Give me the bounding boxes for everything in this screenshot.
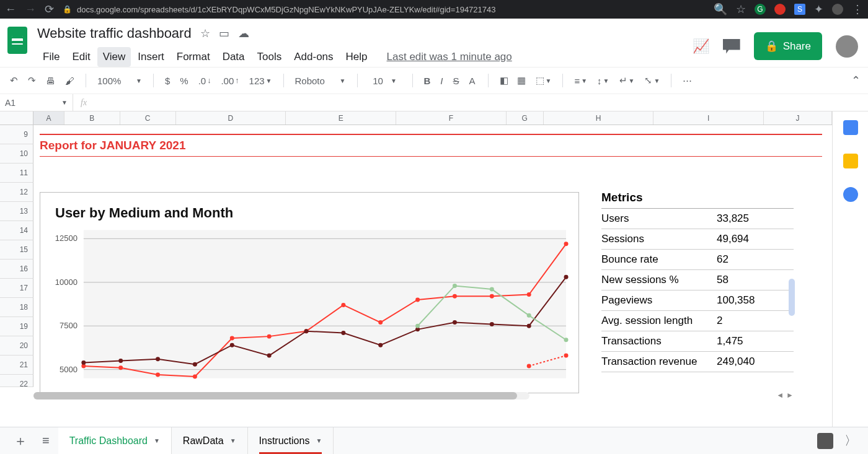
bookmark-icon[interactable]: ☆: [736, 2, 746, 16]
borders-button[interactable]: ▦: [515, 72, 528, 89]
vertical-scroll-indicator[interactable]: [789, 279, 795, 316]
v-align-button[interactable]: ↕ ▼: [595, 73, 611, 89]
row-header[interactable]: 12: [0, 183, 33, 202]
reload-button[interactable]: ⟳: [45, 2, 54, 16]
column-header[interactable]: F: [396, 111, 507, 124]
activity-icon[interactable]: 📈: [693, 38, 709, 55]
cell-reference[interactable]: A1▼: [0, 94, 73, 111]
column-headers[interactable]: ABCDEFGHIJ: [0, 111, 832, 125]
select-all-corner[interactable]: [0, 111, 33, 124]
add-sheet-button[interactable]: ＋: [7, 432, 33, 450]
menu-file[interactable]: File: [37, 47, 65, 67]
all-sheets-button[interactable]: ≡: [36, 434, 56, 448]
font-size-selector[interactable]: 10▼: [366, 73, 404, 89]
expand-side-panel-button[interactable]: 〉: [844, 432, 857, 449]
column-header[interactable]: A: [33, 111, 64, 124]
column-header[interactable]: I: [653, 111, 764, 124]
cloud-icon[interactable]: ☁: [238, 27, 249, 40]
row-header[interactable]: 18: [0, 298, 33, 317]
comments-icon[interactable]: [723, 39, 740, 54]
row-header[interactable]: 21: [0, 356, 33, 375]
row-header[interactable]: 10: [0, 144, 33, 164]
text-rotate-button[interactable]: ⤡ ▼: [642, 72, 662, 89]
address-bar[interactable]: 🔒 docs.google.com/spreadsheets/d/1cXEbRY…: [63, 5, 705, 14]
collapse-toolbar-button[interactable]: ⌃: [851, 74, 861, 87]
extension-s[interactable]: S: [794, 4, 805, 15]
extensions-icon[interactable]: ✦: [814, 2, 823, 16]
row-header[interactable]: 22: [0, 375, 33, 387]
increase-decimal-button[interactable]: .00↑: [218, 73, 241, 89]
row-header[interactable]: 11: [0, 164, 33, 183]
more-tools-button[interactable]: ⋯: [680, 72, 694, 89]
formula-input[interactable]: [94, 94, 868, 111]
row-header[interactable]: 14: [0, 221, 33, 240]
merge-button[interactable]: ⬚ ▼: [533, 72, 554, 89]
row-header[interactable]: 16: [0, 260, 33, 279]
column-header[interactable]: B: [64, 111, 120, 124]
share-button[interactable]: 🔒 Share: [754, 32, 822, 60]
column-header[interactable]: H: [544, 111, 654, 124]
currency-button[interactable]: $: [162, 73, 172, 89]
menu-format[interactable]: Format: [171, 47, 216, 67]
row-header[interactable]: 20: [0, 336, 33, 356]
more-icon[interactable]: ⋮: [852, 2, 863, 16]
menu-view[interactable]: View: [97, 47, 131, 67]
font-selector[interactable]: Roboto▼: [293, 73, 348, 89]
menu-edit[interactable]: Edit: [66, 47, 95, 67]
decrease-decimal-button[interactable]: .0↓: [196, 73, 214, 89]
star-icon[interactable]: ☆: [200, 27, 210, 40]
document-title[interactable]: Website traffic dashboard: [37, 25, 192, 41]
row-header[interactable]: 19: [0, 317, 33, 336]
row-header[interactable]: 9: [0, 125, 33, 144]
text-wrap-button[interactable]: ↵ ▼: [617, 72, 637, 89]
fill-color-button[interactable]: ◧: [497, 72, 510, 89]
forward-button[interactable]: →: [25, 3, 36, 16]
row-header[interactable]: 15: [0, 240, 33, 260]
explore-button[interactable]: [817, 433, 833, 449]
column-header[interactable]: D: [176, 111, 286, 124]
menu-help[interactable]: Help: [340, 47, 373, 67]
account-avatar[interactable]: [836, 35, 858, 58]
bold-button[interactable]: B: [422, 73, 433, 89]
redo-button[interactable]: ↷: [25, 72, 38, 89]
chart-user-by-medium[interactable]: User by Medium and Month 500075001000012…: [40, 192, 579, 393]
sheet-tab[interactable]: Instructions▼: [248, 427, 334, 454]
extension-adblock[interactable]: [774, 4, 786, 15]
scroll-arrows[interactable]: ◄►: [776, 391, 794, 399]
tasks-icon[interactable]: [843, 187, 858, 202]
back-button[interactable]: ←: [5, 3, 16, 16]
zoom-icon[interactable]: 🔍: [714, 2, 727, 16]
sheets-logo[interactable]: [5, 24, 30, 57]
svg-point-26: [193, 362, 197, 367]
last-edit-link[interactable]: Last edit was 1 minute ago: [387, 51, 512, 63]
print-button[interactable]: 🖶: [43, 73, 58, 89]
italic-button[interactable]: I: [438, 73, 445, 89]
column-header[interactable]: C: [120, 111, 176, 124]
h-align-button[interactable]: ≡ ▼: [572, 73, 590, 89]
move-icon[interactable]: ▭: [219, 27, 229, 40]
paint-format-button[interactable]: 🖌: [63, 73, 77, 89]
column-header[interactable]: E: [286, 111, 396, 124]
menu-add-ons[interactable]: Add-ons: [288, 47, 339, 67]
calendar-icon[interactable]: [843, 120, 858, 135]
keep-icon[interactable]: [843, 154, 858, 168]
extension-grammarly[interactable]: G: [755, 4, 766, 15]
row-header[interactable]: 13: [0, 202, 33, 221]
report-title: Report for JANUARY 2021: [40, 134, 822, 157]
text-color-button[interactable]: A: [467, 73, 479, 89]
horizontal-scrollbar[interactable]: [33, 392, 529, 399]
undo-button[interactable]: ↶: [7, 72, 20, 89]
menu-tools[interactable]: Tools: [252, 47, 288, 67]
strikethrough-button[interactable]: S: [451, 73, 462, 89]
zoom-selector[interactable]: 100%▼: [95, 73, 144, 89]
sheet-tab[interactable]: RawData▼: [172, 427, 248, 454]
percent-button[interactable]: %: [177, 73, 190, 89]
number-format-selector[interactable]: 123 ▼: [247, 73, 275, 89]
column-header[interactable]: G: [507, 111, 544, 124]
row-header[interactable]: 17: [0, 279, 33, 298]
sheet-tab[interactable]: Traffic Dashboard▼: [58, 427, 172, 454]
column-header[interactable]: J: [764, 111, 832, 124]
menu-data[interactable]: Data: [217, 47, 250, 67]
profile-avatar[interactable]: [832, 4, 843, 15]
menu-insert[interactable]: Insert: [132, 47, 170, 67]
